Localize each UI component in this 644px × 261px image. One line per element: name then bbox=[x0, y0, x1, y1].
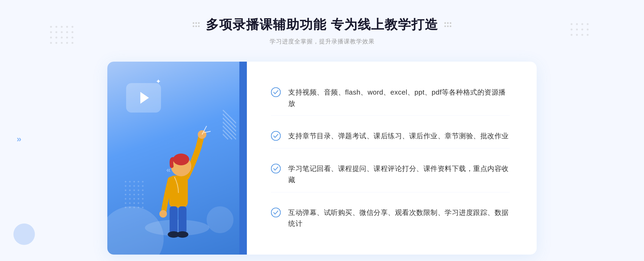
svg-point-43 bbox=[450, 25, 451, 27]
svg-point-22 bbox=[581, 23, 583, 25]
svg-point-55 bbox=[129, 189, 131, 191]
feature-text-4: 互动弹幕、试听购买、微信分享、观看次数限制、学习进度跟踪、数据统计 bbox=[288, 207, 510, 229]
feature-item-2: 支持章节目录、弹题考试、课后练习、课后作业、章节测验、批改作业 bbox=[271, 124, 510, 148]
svg-point-38 bbox=[444, 22, 446, 24]
svg-point-50 bbox=[129, 185, 131, 187]
svg-rect-92 bbox=[170, 206, 178, 233]
svg-point-35 bbox=[193, 25, 194, 27]
svg-point-23 bbox=[587, 23, 589, 25]
header-title-row: 多项录播课辅助功能 专为线上教学打造 bbox=[192, 16, 452, 33]
feature-item-4: 互动弹幕、试听购买、微信分享、观看次数限制、学习进度跟踪、数据统计 bbox=[271, 201, 510, 236]
svg-point-100 bbox=[271, 164, 280, 173]
features-panel: 支持视频、音频、flash、word、excel、ppt、pdf等各种格式的资源… bbox=[247, 62, 537, 255]
svg-point-65 bbox=[129, 198, 131, 200]
dots-decoration-top-left bbox=[48, 21, 80, 54]
header-section: 多项录播课辅助功能 专为线上教学打造 学习进度全掌握，提升录播课教学效果 bbox=[192, 16, 452, 46]
svg-point-11 bbox=[56, 37, 57, 39]
svg-point-25 bbox=[576, 29, 578, 31]
title-decorator-left bbox=[192, 20, 200, 29]
decorative-circle-bottom-left bbox=[13, 223, 35, 245]
feature-text-2: 支持章节目录、弹题考试、课后练习、课后作业、章节测验、批改作业 bbox=[288, 130, 509, 142]
sparkle-icon: ✦ bbox=[156, 78, 161, 85]
svg-point-8 bbox=[66, 31, 68, 33]
play-triangle-icon bbox=[140, 92, 149, 104]
svg-point-29 bbox=[576, 34, 578, 36]
svg-point-6 bbox=[56, 31, 57, 33]
svg-point-5 bbox=[50, 31, 52, 33]
chevron-left-icon: » bbox=[17, 134, 20, 144]
svg-rect-93 bbox=[178, 206, 186, 233]
svg-point-9 bbox=[72, 31, 74, 33]
svg-point-54 bbox=[125, 189, 126, 191]
svg-point-99 bbox=[271, 131, 280, 140]
svg-point-21 bbox=[576, 23, 578, 25]
svg-point-61 bbox=[133, 194, 135, 195]
svg-point-1 bbox=[56, 26, 57, 28]
svg-point-28 bbox=[571, 34, 573, 36]
title-decorator-right bbox=[444, 20, 452, 29]
svg-point-44 bbox=[125, 181, 126, 182]
svg-point-24 bbox=[571, 29, 573, 31]
svg-point-51 bbox=[133, 185, 135, 187]
svg-point-17 bbox=[61, 42, 63, 44]
check-icon-2 bbox=[271, 131, 281, 141]
svg-point-39 bbox=[447, 22, 449, 24]
page-subtitle: 学习进度全掌握，提升录播课教学效果 bbox=[192, 38, 452, 46]
svg-point-26 bbox=[581, 29, 583, 31]
svg-point-16 bbox=[56, 42, 57, 44]
svg-point-31 bbox=[587, 34, 589, 36]
svg-point-32 bbox=[193, 22, 194, 24]
svg-point-36 bbox=[195, 25, 197, 27]
svg-point-30 bbox=[581, 34, 583, 36]
svg-point-18 bbox=[66, 42, 68, 44]
svg-point-40 bbox=[450, 22, 451, 24]
svg-point-66 bbox=[133, 198, 135, 200]
svg-point-49 bbox=[125, 185, 126, 187]
svg-point-19 bbox=[72, 42, 74, 44]
dots-decoration-top-right bbox=[569, 21, 596, 43]
page-title: 多项录播课辅助功能 专为线上教学打造 bbox=[206, 16, 438, 33]
svg-point-56 bbox=[133, 189, 135, 191]
check-icon-4 bbox=[271, 208, 281, 217]
svg-point-45 bbox=[129, 181, 131, 182]
svg-point-27 bbox=[587, 29, 589, 31]
accent-bar bbox=[239, 62, 247, 255]
feature-text-3: 学习笔记回看、课程提问、课程评论打分、课件资料下载，重点内容收藏 bbox=[288, 163, 510, 185]
svg-point-41 bbox=[444, 25, 446, 27]
svg-point-69 bbox=[125, 202, 126, 204]
svg-point-71 bbox=[133, 202, 135, 204]
feature-item-3: 学习笔记回看、课程提问、课程评论打分、课件资料下载，重点内容收藏 bbox=[271, 157, 510, 192]
feature-text-1: 支持视频、音频、flash、word、excel、ppt、pdf等各种格式的资源… bbox=[288, 87, 510, 109]
page-container: » bbox=[0, 0, 644, 261]
svg-point-70 bbox=[129, 202, 131, 204]
svg-point-0 bbox=[50, 26, 52, 28]
svg-point-46 bbox=[133, 181, 135, 182]
svg-point-42 bbox=[447, 25, 449, 27]
check-icon-3 bbox=[271, 164, 281, 173]
svg-point-33 bbox=[195, 22, 197, 24]
main-content-card: ✦ bbox=[107, 62, 537, 255]
feature-item-1: 支持视频、音频、flash、word、excel、ppt、pdf等各种格式的资源… bbox=[271, 80, 510, 116]
illustration-panel: ✦ bbox=[107, 62, 247, 255]
svg-point-34 bbox=[198, 22, 200, 24]
svg-point-60 bbox=[129, 194, 131, 195]
svg-point-59 bbox=[125, 194, 126, 195]
svg-point-101 bbox=[271, 208, 280, 217]
svg-point-37 bbox=[198, 25, 200, 27]
svg-point-64 bbox=[125, 198, 126, 200]
svg-point-15 bbox=[50, 42, 52, 44]
striped-decoration bbox=[223, 110, 236, 142]
svg-point-91 bbox=[159, 210, 167, 218]
svg-point-7 bbox=[61, 31, 63, 33]
illustration-figure bbox=[137, 115, 217, 255]
svg-point-14 bbox=[72, 37, 74, 39]
svg-point-2 bbox=[61, 26, 63, 28]
svg-point-10 bbox=[50, 37, 52, 39]
svg-point-12 bbox=[61, 37, 63, 39]
svg-point-95 bbox=[177, 231, 188, 238]
svg-point-20 bbox=[571, 23, 573, 25]
check-icon-1 bbox=[271, 87, 281, 97]
svg-point-13 bbox=[66, 37, 68, 39]
play-bubble bbox=[126, 83, 161, 113]
svg-point-98 bbox=[271, 88, 280, 97]
